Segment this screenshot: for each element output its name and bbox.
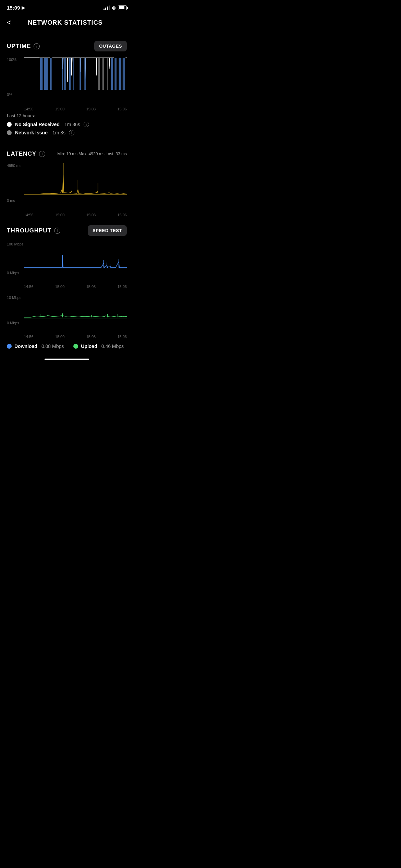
- uptime-chart: 100% 0%: [7, 56, 127, 104]
- svg-rect-2: [44, 58, 48, 90]
- uptime-y-top: 100%: [7, 58, 16, 62]
- upload-legend-label: Upload: [81, 343, 97, 349]
- uptime-y-bottom: 0%: [7, 93, 12, 97]
- legend-network-issue: Network Issue 1m 8s i: [7, 130, 127, 135]
- svg-rect-5: [64, 58, 66, 90]
- svg-rect-12: [107, 58, 108, 90]
- download-legend-label: Download: [14, 343, 37, 349]
- uptime-section: UPTIME i OUTAGES 100% 0%: [0, 35, 134, 145]
- uptime-x-label-3: 15:06: [117, 107, 127, 111]
- dl-x-label-1: 15:00: [55, 285, 65, 289]
- svg-rect-8: [80, 58, 81, 90]
- network-issue-info-icon[interactable]: i: [69, 130, 74, 135]
- uptime-legend: Last 12 hours: No Signal Received 1m 36s…: [7, 111, 127, 145]
- upload-legend-item: Upload 0.46 Mbps: [73, 343, 124, 349]
- svg-rect-27: [24, 294, 127, 322]
- no-signal-time: 1m 36s: [64, 122, 80, 127]
- ul-y-bottom: 0 Mbps: [7, 321, 19, 325]
- dl-x-label-3: 15:06: [117, 285, 127, 289]
- dl-ul-legend: Download 0.08 Mbps Upload 0.46 Mbps: [0, 339, 134, 356]
- uptime-chart-svg: [24, 56, 127, 92]
- status-right: ⊜ 80: [104, 5, 127, 11]
- download-chart-svg: [24, 241, 127, 271]
- latency-stats: Min: 19 ms Max: 4920 ms Last: 33 ms: [57, 152, 127, 156]
- network-issue-label: Network Issue: [15, 130, 48, 135]
- signal-bars-icon: [104, 5, 110, 10]
- latency-x-label-1: 15:00: [55, 213, 65, 217]
- throughput-title: THROUGHPUT: [7, 227, 51, 234]
- upload-chart-svg: [24, 294, 127, 322]
- svg-rect-1: [40, 58, 43, 90]
- ul-x-label-3: 15:06: [117, 335, 127, 339]
- dl-x-label-2: 15:03: [86, 285, 96, 289]
- network-issue-time: 1m 8s: [52, 130, 65, 135]
- latency-title-group: LATENCY i: [7, 150, 45, 157]
- latency-x-label-3: 15:06: [117, 213, 127, 217]
- latency-chart: 4950 ms 0 ms: [7, 162, 127, 210]
- uptime-title: UPTIME: [7, 43, 31, 50]
- ul-x-label-0: 14:56: [24, 335, 34, 339]
- latency-x-label-0: 14:56: [24, 213, 34, 217]
- latency-header: LATENCY i Min: 19 ms Max: 4920 ms Last: …: [7, 150, 127, 157]
- status-left: 15:09 ▶: [7, 5, 25, 11]
- svg-rect-15: [119, 58, 122, 90]
- outages-button[interactable]: OUTAGES: [94, 41, 127, 51]
- throughput-title-group: THROUGHPUT i: [7, 227, 60, 234]
- svg-rect-3: [50, 58, 52, 90]
- svg-rect-21: [24, 241, 127, 271]
- upload-dot: [73, 344, 78, 349]
- ul-x-label-2: 15:03: [86, 335, 96, 339]
- dl-y-bottom: 0 Mbps: [7, 271, 19, 275]
- no-signal-dot: [7, 122, 12, 127]
- uptime-info-icon[interactable]: i: [34, 43, 40, 49]
- uptime-title-group: UPTIME i: [7, 43, 40, 50]
- page-header: < NETWORK STATISTICS: [0, 13, 134, 35]
- upload-chart: 10 Mbps 0 Mbps: [7, 294, 127, 332]
- wifi-icon: ⊜: [112, 5, 116, 11]
- download-legend-value: 0.08 Mbps: [41, 343, 64, 349]
- throughput-info-icon[interactable]: i: [54, 228, 60, 234]
- latency-info-icon[interactable]: i: [39, 151, 45, 157]
- uptime-x-label-0: 14:56: [24, 107, 34, 111]
- speed-test-button[interactable]: SPEED TEST: [88, 225, 127, 236]
- page-title: NETWORK STATISTICS: [14, 19, 117, 26]
- ul-x-label-1: 15:00: [55, 335, 65, 339]
- no-signal-label: No Signal Received: [15, 122, 60, 127]
- throughput-section: THROUGHPUT i SPEED TEST 100 Mbps 0 Mbps …: [0, 217, 134, 339]
- home-bar: [45, 359, 89, 360]
- battery-icon: 80: [118, 5, 127, 10]
- network-issue-dot: [7, 130, 12, 135]
- dl-x-label-0: 14:56: [24, 285, 34, 289]
- download-x-labels: 14:56 15:00 15:03 15:06: [7, 285, 127, 289]
- uptime-x-labels: 14:56 15:00 15:03 15:06: [7, 107, 127, 111]
- legend-no-signal: No Signal Received 1m 36s i: [7, 122, 127, 127]
- svg-rect-9: [84, 58, 86, 90]
- upload-x-labels: 14:56 15:00 15:03 15:06: [7, 335, 127, 339]
- status-bar: 15:09 ▶ ⊜ 80: [0, 0, 134, 13]
- no-signal-info-icon[interactable]: i: [84, 122, 89, 127]
- location-icon: ▶: [22, 5, 25, 10]
- svg-rect-16: [123, 58, 125, 90]
- upload-legend-value: 0.46 Mbps: [101, 343, 124, 349]
- latency-chart-svg: [24, 162, 127, 197]
- back-button[interactable]: <: [7, 17, 14, 28]
- battery-level: 80: [118, 6, 125, 9]
- uptime-x-label-1: 15:00: [55, 107, 65, 111]
- dl-y-top: 100 Mbps: [7, 242, 23, 246]
- uptime-x-label-2: 15:03: [86, 107, 96, 111]
- latency-x-label-2: 15:03: [86, 213, 96, 217]
- svg-rect-7: [73, 58, 74, 90]
- throughput-header: THROUGHPUT i SPEED TEST: [7, 225, 127, 236]
- latency-section: LATENCY i Min: 19 ms Max: 4920 ms Last: …: [0, 145, 134, 217]
- svg-rect-13: [111, 58, 113, 90]
- latency-title: LATENCY: [7, 150, 36, 157]
- uptime-sublabel: Last 12 hours:: [7, 113, 127, 118]
- svg-rect-14: [114, 58, 117, 90]
- latency-x-labels: 14:56 15:00 15:03 15:06: [7, 213, 127, 217]
- uptime-header: UPTIME i OUTAGES: [7, 41, 127, 51]
- ul-y-top: 10 Mbps: [7, 296, 21, 300]
- latency-y-bottom: 0 ms: [7, 198, 15, 203]
- latency-y-top: 4950 ms: [7, 164, 21, 168]
- svg-rect-17: [24, 162, 127, 197]
- download-legend-item: Download 0.08 Mbps: [7, 343, 64, 349]
